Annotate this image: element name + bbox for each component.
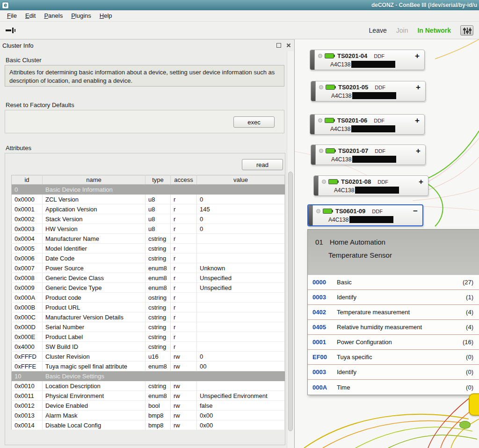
section-row-10[interactable]: 10Basic Device Settings (12, 371, 285, 381)
column-header-type[interactable]: type (145, 175, 171, 185)
node-expand-button[interactable]: + (416, 147, 421, 155)
attribute-row-0x0010[interactable]: 0x0010Location Descriptioncstringrw (12, 381, 285, 391)
attribute-row-0x000C[interactable]: 0x000CManufacturer Version Detailscstrin… (12, 312, 285, 322)
attribute-row-0x0004[interactable]: 0x0004Manufacturer Namecstringr (12, 234, 285, 244)
cluster-attr-count: (27) (463, 279, 473, 286)
node-expand-button[interactable]: + (415, 116, 421, 124)
reset-factory-label: Reset to Factory Defaults (6, 101, 74, 108)
attribute-row-0xFFFE[interactable]: 0xFFFETuya magic spell final attributeen… (12, 361, 285, 371)
attribute-row-0x0001[interactable]: 0x0001Application Versionu8r145 (12, 204, 285, 214)
cluster-name: Temperature measurement (337, 309, 410, 316)
attribute-row-0x0013[interactable]: 0x0013Alarm Maskbmp8rw0x00 (12, 411, 285, 420)
section-row-0[interactable]: 0Basic Device Information (12, 185, 285, 195)
menu-file[interactable]: File (3, 11, 21, 20)
attribute-row-0x0003[interactable]: 0x0003HW Versionu8r0 (12, 224, 285, 234)
attribute-row-0x0002[interactable]: 0x0002Stack Versionu8r0 (12, 214, 285, 224)
redacted-address (352, 156, 396, 163)
float-icon[interactable] (276, 42, 282, 49)
node-drag-handle[interactable] (314, 176, 319, 195)
cluster-name: Power Configuration (337, 339, 392, 346)
cluster-row-000a[interactable]: 000ATime(0) (308, 380, 479, 395)
cluster-row-0402[interactable]: 0402Temperature measurement(4) (308, 305, 479, 320)
attribute-row-0x000D[interactable]: 0x000DSerial Numbercstringr (12, 322, 285, 332)
node-body: TS0201-07DDF+A4C138 (316, 145, 425, 165)
window-titlebar[interactable]: e deCONZ - ConBee III (/dev/serial/by-id… (0, 0, 479, 10)
attribute-row-0x0014[interactable]: 0x0014Disable Local Configbmp8rw0x00 (12, 420, 285, 430)
node-expand-button[interactable]: + (416, 83, 421, 91)
attribute-row-0xFFFD[interactable]: 0xFFFDCluster Revisionu16rw0 (12, 352, 285, 361)
attribute-row-0x0011[interactable]: 0x0011Physical Environmentenum8rwUnspeci… (12, 391, 285, 401)
node-drag-handle[interactable] (310, 115, 315, 134)
attribute-row-0x0000[interactable]: 0x0000ZCL Versionu8r0 (12, 195, 285, 204)
node-address: A4C138 (330, 61, 350, 68)
battery-icon (326, 85, 335, 90)
attributes-table: idnametypeaccessvalue 0Basic Device Info… (11, 175, 285, 430)
column-header-value[interactable]: value (197, 175, 285, 185)
node-drag-handle[interactable] (308, 205, 313, 225)
node-drag-handle[interactable] (311, 81, 316, 101)
node-expand-button[interactable]: − (413, 207, 419, 215)
device-node-ts0201-06[interactable]: TS0201-06DDF+A4C138 (310, 114, 425, 135)
close-icon[interactable] (285, 42, 292, 49)
column-header-name[interactable]: name (43, 175, 145, 185)
leave-button[interactable]: Leave (369, 27, 387, 34)
cluster-name: Relative humidity measurement (337, 324, 422, 331)
menu-edit[interactable]: Edit (21, 11, 40, 20)
node-address: A4C138 (334, 187, 354, 194)
battery-icon (325, 53, 334, 58)
cluster-row-0001[interactable]: 0001Power Configuration(16) (308, 335, 479, 350)
attribute-row-0x000E[interactable]: 0x000EProduct Labelcstringr (12, 332, 285, 342)
attribute-row-0x4000[interactable]: 0x4000SW Build IDcstringr (12, 342, 285, 352)
attribute-row-0x0006[interactable]: 0x0006Date Codecstringr (12, 253, 285, 263)
cluster-row-0003[interactable]: 0003Identify(1) (308, 290, 479, 305)
column-header-access[interactable]: access (171, 175, 197, 185)
node-name: TS0601-09 (335, 208, 365, 215)
menu-help[interactable]: Help (95, 11, 116, 20)
cluster-name: Identify (337, 294, 356, 301)
deconz-logo-icon: e (2, 2, 9, 9)
cluster-id: 000A (312, 384, 337, 391)
attribute-row-0x0007[interactable]: 0x0007Power Sourceenum8rUnknown (12, 263, 285, 273)
serial-connection-icon[interactable] (6, 27, 17, 34)
node-expand-button[interactable]: + (415, 52, 421, 60)
device-node-ts0201-07[interactable]: TS0201-07DDF+A4C138 (311, 145, 426, 165)
column-header-id[interactable]: id (12, 175, 43, 185)
cluster-row-0405[interactable]: 0405Relative humidity measurement(4) (308, 320, 479, 335)
cluster-row-ef00[interactable]: EF00Tuya specific(0) (308, 350, 479, 365)
partial-node-yellow (469, 393, 479, 416)
attribute-row-0x0012[interactable]: 0x0012Device Enabledboolrwfalse (12, 401, 285, 411)
ddf-badge: DDF (375, 85, 385, 90)
cluster-attr-count: (4) (466, 324, 473, 331)
device-node-ts0201-08[interactable]: TS0201-08DDF+A4C138 (313, 175, 428, 196)
vertical-scrollbar[interactable] (287, 51, 294, 448)
menu-plugins[interactable]: Plugins (67, 11, 95, 20)
exec-button[interactable]: exec (233, 116, 275, 128)
device-node-ts0201-04[interactable]: TS0201-04DDF+A4C138 (310, 50, 425, 70)
menu-panels[interactable]: Panels (40, 11, 67, 20)
device-node-ts0601-09[interactable]: TS0601-09DDF−A4C138 (307, 204, 423, 226)
attribute-row-0x000A[interactable]: 0x000AProduct codeostringr (12, 293, 285, 303)
read-button[interactable]: read (242, 159, 283, 170)
cluster-row-0003[interactable]: 0003Identify(0) (308, 365, 479, 380)
cluster-row-0000[interactable]: 0000Basic(27) (308, 275, 479, 290)
redacted-address (352, 92, 396, 99)
attribute-row-0x0009[interactable]: 0x0009Generic Device Typeenum8rUnspecifi… (12, 283, 285, 293)
node-name: TS0201-07 (338, 147, 368, 154)
network-settings-icon[interactable] (460, 25, 473, 36)
node-drag-handle[interactable] (311, 145, 316, 165)
join-button[interactable]: Join (396, 27, 408, 34)
attributes-label: Attributes (6, 145, 31, 152)
node-expand-button[interactable]: + (419, 178, 424, 186)
redacted-address (355, 187, 399, 194)
attribute-row-0x000B[interactable]: 0x000BProduct URLcstringr (12, 303, 285, 312)
network-view[interactable]: TS0201-04DDF+A4C138TS0201-05DDF+A4C138TS… (295, 39, 479, 448)
node-body: TS0201-05DDF+A4C138 (316, 81, 425, 101)
node-drag-handle[interactable] (310, 50, 315, 70)
attribute-row-0x0008[interactable]: 0x0008Generic Device Classenum8rUnspecif… (12, 273, 285, 283)
attribute-row-0x0005[interactable]: 0x0005Model Identifiercstringr (12, 244, 285, 253)
endpoint-id: 01 (315, 238, 323, 246)
scrollbar-thumb[interactable] (288, 172, 293, 431)
dock-titlebar[interactable]: Cluster Info (0, 40, 294, 51)
node-name: TS0201-06 (337, 117, 367, 124)
device-node-ts0201-05[interactable]: TS0201-05DDF+A4C138 (311, 81, 426, 101)
